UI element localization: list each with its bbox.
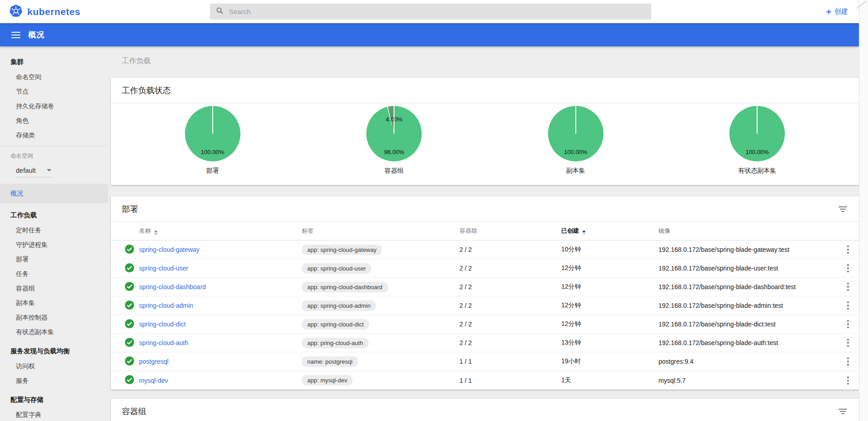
row-label-cell: app: mysql-dev: [302, 375, 459, 386]
sidebar-item[interactable]: 节点: [0, 84, 108, 99]
pie-chart-cell: 4.00%96.00%容器组: [304, 106, 485, 175]
status-ok-icon: [125, 319, 135, 330]
column-header-pods[interactable]: 容器组: [459, 227, 561, 235]
deployments-title: 部署: [122, 204, 138, 215]
row-menu-icon[interactable]: [837, 301, 859, 310]
table-row[interactable]: mysql-devapp: mysql-dev1 / 11天mysql:5.7: [111, 371, 859, 390]
main-wrap: 集群命名空间节点持久化存储卷角色存储类 命名空间 default 概况 工作负载…: [0, 46, 859, 421]
menu-icon[interactable]: [11, 32, 20, 38]
table-row[interactable]: spring-cloud-dashboardapp: spring-cloud-…: [111, 278, 859, 296]
deployment-name-link[interactable]: spring-cloud-auth: [139, 339, 188, 346]
column-header-created[interactable]: 已创建: [561, 227, 658, 236]
row-pods-cell: 2 / 2: [459, 246, 561, 253]
page-title: 工作负载: [122, 55, 859, 66]
row-menu-icon[interactable]: [837, 283, 859, 291]
sidebar-item[interactable]: 访问权: [0, 359, 108, 373]
sidebar-item-overview[interactable]: 概况: [0, 184, 108, 203]
sidebar-item[interactable]: 角色: [0, 113, 108, 128]
row-pods-cell: 2 / 2: [459, 339, 561, 346]
sidebar-item[interactable]: 副本控制器: [0, 310, 108, 325]
namespace-select[interactable]: default: [16, 164, 53, 177]
sidebar: 集群命名空间节点持久化存储卷角色存储类 命名空间 default 概况 工作负载…: [0, 46, 108, 421]
table-row[interactable]: spring-cloud-authapp: pring-cloud-auth2 …: [111, 334, 859, 352]
column-header-images[interactable]: 镜像: [658, 227, 837, 235]
search-icon: [216, 7, 224, 16]
filter-icon[interactable]: [837, 407, 848, 416]
row-image-cell: 192.168.0.172/base/spring-blade-dashboar…: [658, 283, 837, 291]
table-row[interactable]: spring-cloud-gatewayapp: spring-cloud-ga…: [111, 241, 859, 259]
row-menu-icon[interactable]: [837, 376, 859, 385]
deployments-card: 部署 名称 标签 容器组 已创建 镜像 spring-cloud-g: [111, 196, 859, 390]
status-ok-icon: [125, 263, 135, 274]
row-menu-icon[interactable]: [837, 320, 859, 328]
namespace-label: 命名空间: [0, 150, 108, 162]
row-image-cell: 192.168.0.172/base/spring-blade-auth:tes…: [658, 339, 837, 346]
table-row[interactable]: postgresqlname: postgresql1 / 119小时postg…: [111, 352, 859, 371]
sidebar-item[interactable]: 守护进程集: [0, 237, 108, 252]
pie-separator-line: [394, 106, 394, 134]
pie-chart: 100.00%: [185, 106, 240, 161]
row-image-cell: 192.168.0.172/base/spring-blade-admin:te…: [658, 302, 837, 309]
pie-caption: 容器组: [304, 166, 485, 175]
topbar: kubernetes + 创建: [0, 0, 859, 23]
sidebar-item[interactable]: 持久化存储卷: [0, 99, 108, 113]
table-row[interactable]: spring-cloud-dictapp: spring-cloud-dict2…: [111, 315, 859, 334]
status-ok-icon: [125, 281, 135, 293]
sidebar-item[interactable]: 配置字典: [0, 407, 108, 421]
deployment-name-link[interactable]: spring-cloud-gateway: [139, 246, 200, 253]
sidebar-item[interactable]: 有状态副本集: [0, 325, 108, 339]
sort-icon: [154, 230, 158, 236]
row-label-cell: app: spring-cloud-admin: [302, 301, 459, 311]
sidebar-item[interactable]: 部署: [0, 252, 108, 266]
search-bar[interactable]: [210, 4, 651, 20]
row-name-cell: spring-cloud-admin: [139, 302, 302, 309]
sort-icon-active: [582, 230, 586, 236]
table-row[interactable]: spring-cloud-userapp: spring-cloud-user2…: [111, 259, 859, 278]
row-pods-cell: 2 / 2: [459, 265, 561, 272]
sidebar-item[interactable]: 存储类: [0, 128, 108, 142]
workload-status-card: 工作负载状态 100.00%部署4.00%96.00%容器组100.00%副本集…: [111, 78, 859, 185]
sidebar-item[interactable]: 容器组: [0, 281, 108, 296]
pods-card: 容器组: [111, 399, 859, 421]
column-header-labels[interactable]: 标签: [302, 227, 459, 235]
search-input[interactable]: [229, 8, 629, 15]
label-chip: app: spring-cloud-gateway: [302, 245, 382, 255]
row-label-cell: app: spring-cloud-dict: [302, 319, 459, 330]
label-chip: app: pring-cloud-auth: [302, 338, 369, 348]
row-menu-icon[interactable]: [837, 246, 859, 254]
sidebar-section-header: 配置与存储: [0, 392, 108, 407]
chevron-down-icon: [47, 169, 51, 171]
deployment-name-link[interactable]: spring-cloud-dashboard: [139, 283, 206, 291]
sidebar-item[interactable]: 服务: [0, 373, 108, 388]
deployment-name-link[interactable]: spring-cloud-admin: [139, 302, 193, 309]
sidebar-item[interactable]: 任务: [0, 266, 108, 281]
deployment-name-link[interactable]: spring-cloud-user: [139, 265, 188, 272]
pie-separator-line: [212, 106, 213, 134]
sidebar-group-cluster: 集群命名空间节点持久化存储卷角色存储类: [0, 55, 108, 142]
deployment-name-link[interactable]: mysql-dev: [139, 377, 168, 384]
row-status-cell: [111, 375, 139, 386]
deployment-name-link[interactable]: postgresql: [139, 358, 169, 365]
pie-chart: 100.00%: [548, 106, 604, 161]
create-button[interactable]: + 创建: [826, 0, 848, 23]
deployment-name-link[interactable]: spring-cloud-dict: [139, 321, 186, 328]
pie-separator-line: [575, 106, 576, 134]
table-row[interactable]: spring-cloud-adminapp: spring-cloud-admi…: [111, 296, 859, 315]
workload-status-title: 工作负载状态: [122, 85, 171, 96]
row-menu-icon[interactable]: [837, 339, 859, 347]
row-name-cell: postgresql: [139, 358, 302, 365]
row-menu-icon[interactable]: [837, 357, 859, 366]
status-ok-icon: [125, 375, 135, 386]
brand[interactable]: kubernetes: [9, 0, 80, 23]
sidebar-item[interactable]: 副本集: [0, 296, 108, 310]
sidebar-item[interactable]: 定时任务: [0, 223, 108, 237]
window-edge: [859, 0, 868, 421]
sidebar-item[interactable]: 命名空间: [0, 70, 108, 84]
row-created-cell: 1天: [561, 376, 658, 385]
sidebar-section-header: 服务发现与负载均衡: [0, 344, 108, 359]
column-header-name[interactable]: 名称: [139, 227, 302, 236]
row-menu-icon[interactable]: [837, 264, 859, 272]
filter-icon[interactable]: [837, 205, 848, 214]
pie-caption: 副本集: [485, 166, 667, 175]
deployments-table-header: 名称 标签 容器组 已创建 镜像: [111, 222, 859, 241]
